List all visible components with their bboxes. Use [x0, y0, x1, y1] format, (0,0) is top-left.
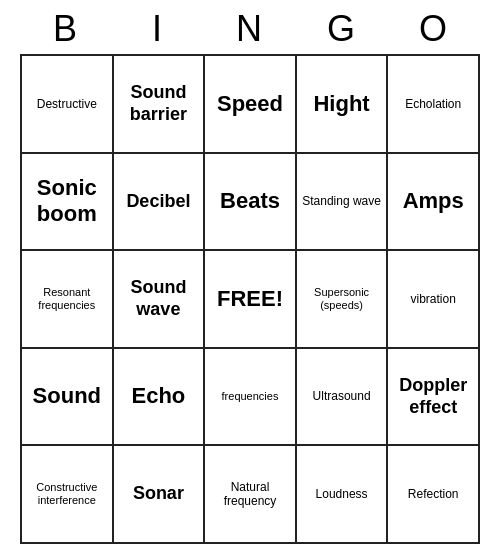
cell-2: Speed — [204, 55, 296, 153]
cell-22: Natural frequency — [204, 445, 296, 543]
cell-8: Standing wave — [296, 153, 388, 251]
cell-19: Doppler effect — [387, 348, 479, 446]
cell-17: frequencies — [204, 348, 296, 446]
cell-12: FREE! — [204, 250, 296, 348]
cell-11: Sound wave — [113, 250, 205, 348]
cell-10: Resonant frequencies — [21, 250, 113, 348]
cell-15: Sound — [21, 348, 113, 446]
cell-14: vibration — [387, 250, 479, 348]
cell-4: Echolation — [387, 55, 479, 153]
cell-0: Destructive — [21, 55, 113, 153]
cell-9: Amps — [387, 153, 479, 251]
title-g: G — [298, 8, 386, 50]
title-n: N — [206, 8, 294, 50]
cell-3: Hight — [296, 55, 388, 153]
cell-13: Supersonic (speeds) — [296, 250, 388, 348]
title-i: I — [114, 8, 202, 50]
bingo-title: B I N G O — [20, 0, 480, 54]
cell-1: Sound barrier — [113, 55, 205, 153]
cell-20: Constructive interference — [21, 445, 113, 543]
bingo-grid: DestructiveSound barrierSpeedHightEchola… — [20, 54, 480, 544]
title-o: O — [390, 8, 478, 50]
cell-24: Refection — [387, 445, 479, 543]
title-b: B — [22, 8, 110, 50]
cell-16: Echo — [113, 348, 205, 446]
cell-5: Sonic boom — [21, 153, 113, 251]
cell-21: Sonar — [113, 445, 205, 543]
cell-23: Loudness — [296, 445, 388, 543]
cell-7: Beats — [204, 153, 296, 251]
cell-18: Ultrasound — [296, 348, 388, 446]
cell-6: Decibel — [113, 153, 205, 251]
